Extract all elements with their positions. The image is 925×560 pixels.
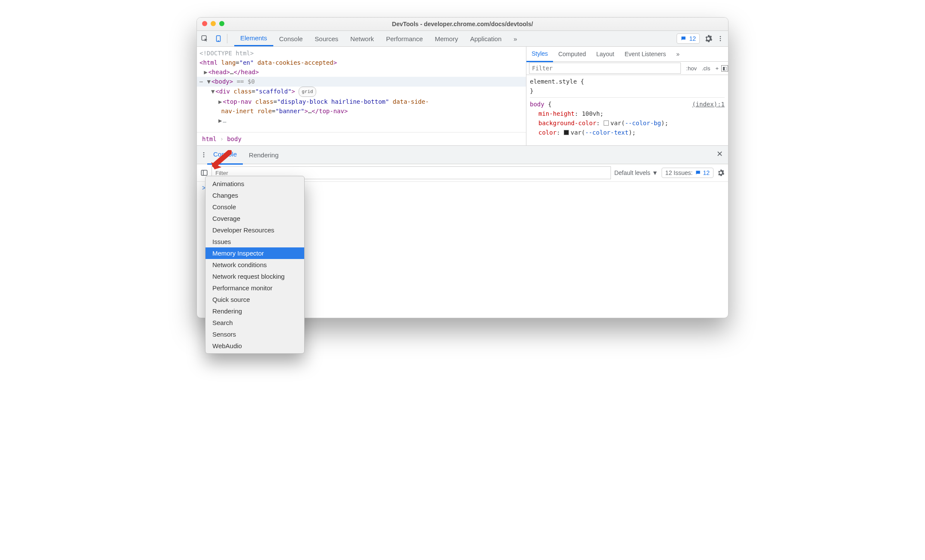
tabs-overflow-button[interactable]: » [508,31,523,46]
more-tools-item-quick-source[interactable]: Quick source [206,294,304,305]
tab-application[interactable]: Application [464,31,508,46]
color-swatch-icon[interactable] [564,130,569,135]
tab-memory[interactable]: Memory [429,31,464,46]
log-levels-dropdown[interactable]: Default levels▼ [614,169,658,176]
svg-point-5 [720,40,721,41]
styles-tab-styles[interactable]: Styles [526,46,553,62]
svg-point-6 [203,152,205,154]
svg-rect-9 [201,170,207,175]
hov-toggle[interactable]: :hov [683,65,699,72]
styles-filter-bar: :hov .cls + ◧ [526,62,728,75]
grid-badge[interactable]: grid [299,87,316,97]
device-toggle-icon[interactable] [212,33,224,45]
drawer-toolbar: Console Rendering ✕ [197,146,728,164]
svg-point-4 [720,38,721,39]
window-title: DevTools - developer.chrome.com/docs/dev… [392,21,533,27]
more-tools-item-sensors[interactable]: Sensors [206,328,304,340]
drawer-close-button[interactable]: ✕ [716,149,723,159]
more-tools-item-search[interactable]: Search [206,317,304,328]
more-tools-item-issues[interactable]: Issues [206,236,304,247]
style-rules[interactable]: element.style { } (index):1 body { min-h… [526,75,728,139]
drawer-tab-rendering[interactable]: Rendering [243,146,284,164]
styles-filter-input[interactable] [529,63,681,74]
window-controls [202,21,224,26]
main-toolbar: Elements Console Sources Network Perform… [197,31,728,47]
issues-count: 12 [689,35,696,42]
tab-elements[interactable]: Elements [234,31,273,46]
toolbar-right: 12 [677,33,728,44]
message-icon [680,36,686,42]
dom-tree[interactable]: <!DOCTYPE html> <html lang="en" data-coo… [197,47,526,145]
more-tools-item-network-conditions[interactable]: Network conditions [206,259,304,271]
message-icon [695,170,701,176]
more-tools-item-performance-monitor[interactable]: Performance monitor [206,282,304,294]
annotation-arrow-icon [210,150,232,172]
more-tools-item-rendering[interactable]: Rendering [206,305,304,317]
styles-tab-computed[interactable]: Computed [553,47,591,61]
minimize-window-button[interactable] [211,21,216,26]
more-tools-item-coverage[interactable]: Coverage [206,213,304,224]
styles-pane: Styles Computed Layout Event Listeners »… [526,47,728,145]
computed-sidebar-toggle-icon[interactable]: ◧ [721,65,728,72]
breadcrumb[interactable]: html›body [197,132,526,145]
more-tools-item-animations[interactable]: Animations [206,178,304,190]
settings-gear-icon[interactable] [704,34,713,43]
chevron-down-icon: ▼ [652,169,658,176]
svg-point-7 [203,154,205,156]
svg-point-3 [720,36,721,37]
console-settings-gear-icon[interactable] [717,169,725,177]
styles-tabs: Styles Computed Layout Event Listeners » [526,47,728,62]
color-swatch-icon[interactable] [604,120,609,126]
issues-summary-button[interactable]: 12 [677,33,700,44]
svg-point-8 [203,156,205,157]
close-window-button[interactable] [202,21,207,26]
more-tools-item-changes[interactable]: Changes [206,190,304,201]
tab-sources[interactable]: Sources [309,31,345,46]
more-tools-menu: AnimationsChangesConsoleCoverageDevelope… [205,176,305,354]
new-style-rule-button[interactable]: + [713,65,721,72]
drawer-more-tools-button[interactable] [200,151,207,158]
tab-console[interactable]: Console [273,31,309,46]
cls-toggle[interactable]: .cls [699,65,713,72]
more-tools-item-developer-resources[interactable]: Developer Resources [206,224,304,236]
rule-source-link[interactable]: (index):1 [692,99,725,109]
maximize-window-button[interactable] [219,21,224,26]
styles-tab-layout[interactable]: Layout [591,47,620,61]
more-tools-item-webaudio[interactable]: WebAudio [206,340,304,352]
more-tools-item-console[interactable]: Console [206,201,304,213]
more-tools-item-memory-inspector[interactable]: Memory Inspector [206,247,304,259]
more-tools-item-network-request-blocking[interactable]: Network request blocking [206,271,304,282]
dom-doctype: <!DOCTYPE html> [200,50,254,57]
styles-tab-event-listeners[interactable]: Event Listeners [620,47,671,61]
selected-node[interactable]: ⋯ ▼<body> == $0 [197,77,526,87]
main-menu-icon[interactable] [717,35,724,42]
tab-performance[interactable]: Performance [380,31,429,46]
title-bar: DevTools - developer.chrome.com/docs/dev… [197,18,728,31]
styles-tabs-overflow[interactable]: » [671,47,685,61]
main-panel-tabs: Elements Console Sources Network Perform… [234,31,677,46]
elements-panel: <!DOCTYPE html> <html lang="en" data-coo… [197,47,728,146]
console-issues-button[interactable]: 12 Issues: 12 [662,168,713,178]
divider [227,34,227,43]
inspect-element-icon[interactable] [199,33,211,45]
tab-network[interactable]: Network [345,31,380,46]
